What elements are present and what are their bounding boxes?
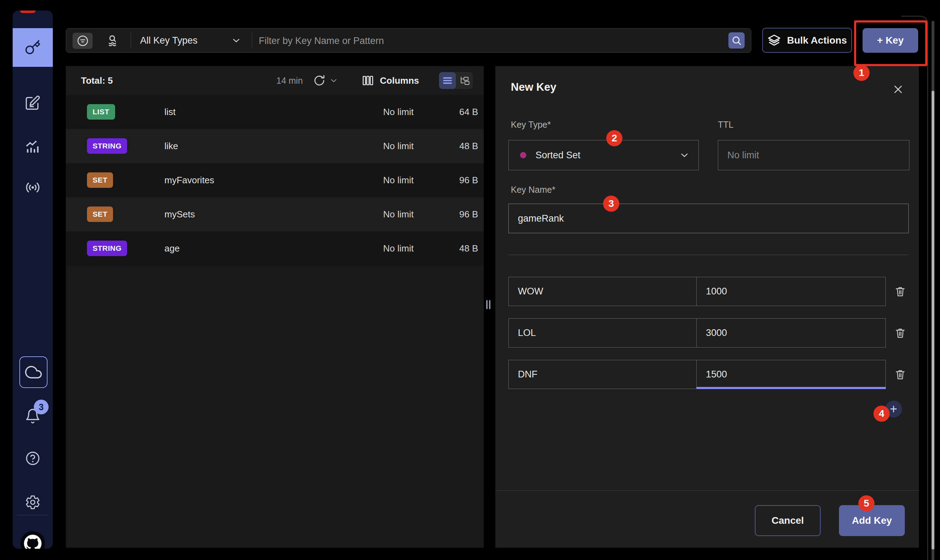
view-toggle-group — [439, 72, 473, 89]
delete-member-button[interactable] — [892, 284, 908, 299]
key-ttl: No limit — [383, 163, 414, 197]
key-type-badge: SET — [87, 172, 113, 188]
key-ttl: No limit — [383, 197, 414, 231]
trash-icon — [894, 368, 906, 381]
cloud-button[interactable] — [19, 356, 48, 388]
member-row — [508, 360, 886, 389]
list-view-button[interactable] — [439, 72, 456, 89]
annotation-step-2: 2 — [606, 130, 622, 146]
ttl-input[interactable] — [718, 140, 909, 170]
key-type-filter-value: All Key Types — [140, 35, 198, 46]
delete-member-button[interactable] — [892, 367, 908, 382]
ttl-label: TTL — [718, 120, 733, 130]
cancel-label: Cancel — [772, 515, 804, 526]
key-name: like — [164, 129, 178, 163]
member-input[interactable] — [509, 319, 696, 347]
key-name-input[interactable] — [508, 204, 909, 233]
key-type-select[interactable]: Sorted Set — [508, 140, 699, 170]
help-icon — [25, 451, 40, 466]
filter-circle-icon — [76, 34, 90, 48]
redis-logo-clipped — [20, 11, 36, 13]
key-type-value: Sorted Set — [536, 150, 580, 161]
key-name: age — [164, 231, 179, 266]
columns-icon — [361, 74, 374, 87]
sidebar-item-pubsub[interactable] — [13, 171, 53, 204]
chevron-down-icon — [231, 35, 241, 46]
refresh-options-chevron[interactable] — [329, 76, 338, 85]
sorted-set-dot-icon — [520, 152, 526, 158]
sidebar-item-browser[interactable] — [13, 28, 53, 67]
score-input[interactable] — [696, 360, 886, 389]
help-button[interactable] — [13, 442, 53, 474]
score-input[interactable] — [696, 277, 886, 306]
key-size: 64 B — [460, 95, 478, 129]
key-row[interactable]: SET myFavorites No limit 96 B — [66, 163, 484, 197]
member-input[interactable] — [509, 277, 696, 306]
scan-search-icon — [107, 34, 120, 48]
app-root: 3 — [0, 0, 940, 560]
columns-button[interactable]: Columns — [361, 66, 419, 95]
key-size: 96 B — [460, 163, 478, 197]
key-row[interactable]: STRING like No limit 48 B — [66, 129, 484, 163]
gear-icon — [25, 495, 40, 510]
key-row[interactable]: LIST list No limit 64 B — [66, 95, 484, 129]
list-view-icon — [442, 75, 453, 86]
columns-label: Columns — [380, 75, 419, 86]
filter-input[interactable] — [258, 29, 717, 53]
tree-view-button[interactable] — [456, 72, 473, 89]
last-refresh-label: 14 min — [276, 66, 303, 95]
annotation-step-4: 4 — [874, 406, 890, 422]
add-key-submit-button[interactable]: Add Key — [839, 505, 905, 536]
toolbar-divider — [131, 32, 131, 49]
member-row — [508, 318, 886, 348]
member-input[interactable] — [509, 360, 696, 389]
bulk-actions-button[interactable]: Bulk Actions — [762, 28, 852, 53]
key-name-label: Key Name* — [511, 185, 555, 195]
member-row — [508, 277, 886, 306]
sidebar-divider — [17, 515, 49, 515]
search-values-button[interactable] — [103, 33, 123, 49]
key-type-filter-select[interactable]: All Key Types — [135, 29, 252, 52]
annotation-step-5: 5 — [858, 495, 875, 511]
key-row[interactable]: SET mySets No limit 96 B — [66, 197, 484, 231]
cancel-button[interactable]: Cancel — [755, 505, 821, 536]
close-button[interactable] — [891, 82, 906, 97]
score-input[interactable] — [696, 319, 886, 347]
github-button[interactable] — [20, 531, 45, 549]
key-icon — [25, 39, 41, 55]
delete-member-button[interactable] — [892, 325, 908, 341]
key-row[interactable]: STRING age No limit 48 B — [66, 231, 484, 266]
filter-by-type-button[interactable] — [73, 33, 93, 49]
panel-title: New Key — [511, 81, 556, 94]
trash-icon — [894, 327, 906, 340]
footer-divider — [495, 490, 919, 491]
bulk-actions-label: Bulk Actions — [787, 35, 847, 46]
key-size: 48 B — [460, 231, 478, 266]
key-type-label: Key Type* — [511, 120, 551, 130]
key-name: list — [164, 95, 176, 129]
panel-resize-handle[interactable] — [486, 300, 491, 309]
notification-badge[interactable]: 3 — [34, 400, 49, 414]
key-name: mySets — [164, 197, 195, 231]
annotation-highlight-rect — [854, 20, 927, 66]
refresh-button[interactable] — [312, 74, 326, 88]
edit-icon — [25, 95, 40, 111]
pubsub-icon — [25, 179, 41, 195]
key-size: 48 B — [460, 129, 478, 163]
sidebar: 3 — [13, 11, 53, 549]
refresh-icon — [312, 74, 326, 88]
close-icon — [892, 83, 904, 95]
settings-button[interactable] — [13, 486, 53, 518]
key-list-panel: Total: 5 14 min Columns — [66, 66, 484, 548]
search-icon — [731, 35, 742, 46]
key-type-badge: SET — [87, 206, 113, 222]
cloud-icon — [25, 364, 42, 381]
sidebar-item-analytics[interactable] — [13, 130, 53, 162]
form-divider — [508, 255, 909, 255]
key-list-header: Total: 5 14 min Columns — [66, 66, 484, 95]
scrollbar-thumb[interactable] — [932, 91, 934, 549]
chart-icon — [25, 138, 41, 154]
search-button[interactable] — [729, 32, 745, 49]
sidebar-item-workbench[interactable] — [13, 86, 53, 119]
filter-toolbar: All Key Types — [66, 28, 751, 53]
